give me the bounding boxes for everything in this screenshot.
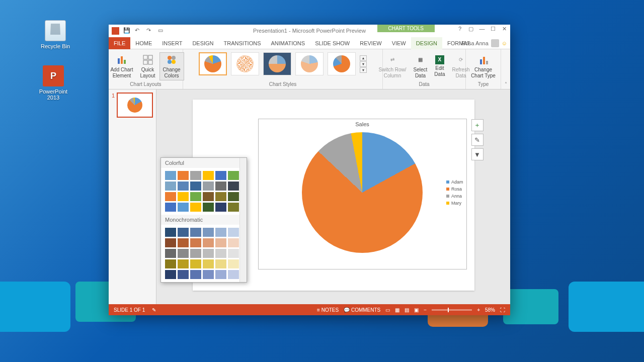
tab-insert[interactable]: INSERT (157, 37, 187, 49)
color-swatch[interactable] (228, 228, 239, 237)
color-swatch[interactable] (165, 171, 176, 180)
color-swatch[interactable] (228, 171, 239, 180)
color-swatch[interactable] (190, 270, 201, 279)
color-swatch[interactable] (203, 238, 214, 247)
color-swatch[interactable] (165, 228, 176, 237)
color-swatch[interactable] (178, 182, 189, 191)
color-swatch[interactable] (165, 249, 176, 258)
reading-view-icon[interactable]: ▤ (405, 307, 409, 313)
zoom-level[interactable]: 58% (485, 307, 495, 313)
color-swatch[interactable] (203, 182, 214, 191)
style-thumb-5[interactable] (328, 52, 356, 75)
edit-data-button[interactable]: XEdit Data (431, 54, 448, 78)
color-swatch[interactable] (203, 228, 214, 237)
pie-chart[interactable] (302, 132, 423, 253)
tab-design[interactable]: DESIGN (187, 37, 218, 49)
change-colors-button[interactable]: Change Colors (159, 52, 184, 80)
collapse-ribbon-icon[interactable]: ˄ (505, 81, 507, 87)
style-thumb-4[interactable] (295, 52, 324, 75)
zoom-in-icon[interactable]: + (477, 307, 480, 313)
color-swatch[interactable] (228, 270, 239, 279)
tab-animations[interactable]: ANIMATIONS (266, 37, 310, 49)
undo-icon[interactable]: ↶ (135, 27, 142, 35)
gallery-down-icon[interactable]: ▾ (360, 61, 367, 67)
tab-review[interactable]: REVIEW (355, 37, 386, 49)
start-from-beginning-icon[interactable]: ▭ (158, 27, 166, 35)
desktop-icon-recycle-bin[interactable]: Recycle Bin (40, 20, 70, 49)
tab-file[interactable]: FILE (109, 37, 130, 49)
fit-to-window-icon[interactable]: ⛶ (500, 307, 505, 313)
color-swatch[interactable] (165, 192, 176, 201)
slideshow-view-icon[interactable]: ▣ (414, 307, 419, 313)
color-swatch[interactable] (203, 249, 214, 258)
color-swatch[interactable] (165, 270, 176, 279)
style-thumb-3[interactable] (263, 52, 291, 75)
color-swatch[interactable] (203, 259, 214, 268)
color-swatch[interactable] (178, 171, 189, 180)
color-swatch[interactable] (228, 203, 239, 212)
ribbon-display-options-icon[interactable]: ▢ (467, 26, 475, 33)
tab-transitions[interactable]: TRANSITIONS (219, 37, 266, 49)
color-swatch[interactable] (215, 203, 226, 212)
chart-filters-button[interactable]: ▼ (471, 148, 484, 160)
color-swatch[interactable] (215, 182, 226, 191)
tab-chart-design[interactable]: DESIGN (411, 37, 442, 49)
help-icon[interactable]: ? (456, 26, 464, 33)
tab-slideshow[interactable]: SLIDE SHOW (310, 37, 355, 49)
chart-styles-gallery[interactable]: ▴ ▾ ▾ (198, 51, 368, 76)
color-swatch[interactable] (190, 203, 201, 212)
chart-frame[interactable]: Sales Adam Rosa Anna Mary ＋ ✎ ▼ (258, 119, 467, 269)
style-thumb-2[interactable] (231, 52, 259, 75)
color-swatch[interactable] (190, 171, 201, 180)
color-swatch[interactable] (215, 192, 226, 201)
maximize-icon[interactable]: ☐ (489, 26, 497, 33)
color-swatch[interactable] (190, 182, 201, 191)
color-swatch[interactable] (190, 192, 201, 201)
color-swatch[interactable] (228, 259, 239, 268)
color-swatch[interactable] (203, 192, 214, 201)
comments-button[interactable]: 💬 COMMENTS (344, 307, 380, 313)
add-chart-element-button[interactable]: Add Chart Element (107, 53, 136, 80)
save-icon[interactable]: 💾 (123, 27, 131, 35)
color-swatch[interactable] (178, 228, 189, 237)
color-swatch[interactable] (228, 249, 239, 258)
gallery-up-icon[interactable]: ▴ (360, 55, 367, 61)
desktop-icon-powerpoint[interactable]: P PowerPoint 2013 (38, 65, 68, 101)
color-swatch[interactable] (178, 270, 189, 279)
color-swatch[interactable] (203, 171, 214, 180)
color-swatch[interactable] (215, 270, 226, 279)
color-swatch[interactable] (178, 203, 189, 212)
color-swatch[interactable] (178, 238, 189, 247)
smiley-icon[interactable]: ☺ (502, 40, 507, 46)
color-swatch[interactable] (178, 259, 189, 268)
color-swatch[interactable] (228, 238, 239, 247)
tab-view[interactable]: VIEW (387, 37, 411, 49)
color-swatch[interactable] (215, 171, 226, 180)
zoom-slider[interactable] (432, 309, 472, 311)
color-swatch[interactable] (190, 249, 201, 258)
color-swatch[interactable] (178, 249, 189, 258)
select-data-button[interactable]: ▦Select Data (411, 53, 431, 80)
color-swatch[interactable] (203, 203, 214, 212)
color-swatch[interactable] (165, 259, 176, 268)
dropdown-scrollbar[interactable] (239, 158, 247, 282)
color-swatch[interactable] (190, 238, 201, 247)
color-swatch[interactable] (215, 238, 226, 247)
color-swatch[interactable] (215, 259, 226, 268)
minimize-icon[interactable]: — (478, 26, 486, 33)
color-swatch[interactable] (178, 192, 189, 201)
tab-home[interactable]: HOME (130, 37, 157, 49)
color-swatch[interactable] (228, 192, 239, 201)
chart-styles-button[interactable]: ✎ (471, 134, 484, 146)
normal-view-icon[interactable]: ▭ (385, 307, 390, 313)
color-swatch[interactable] (165, 182, 176, 191)
quick-layout-button[interactable]: Quick Layout (137, 53, 158, 80)
slide-thumbnail-1[interactable]: 1 (112, 93, 153, 118)
color-swatch[interactable] (215, 249, 226, 258)
color-swatch[interactable] (190, 259, 201, 268)
color-swatch[interactable] (228, 182, 239, 191)
close-icon[interactable]: ✕ (500, 26, 508, 33)
spell-check-icon[interactable]: ✎ (152, 307, 156, 313)
style-thumb-1[interactable] (199, 52, 227, 75)
user-account[interactable]: Rosa Anna ☺ (461, 39, 507, 47)
